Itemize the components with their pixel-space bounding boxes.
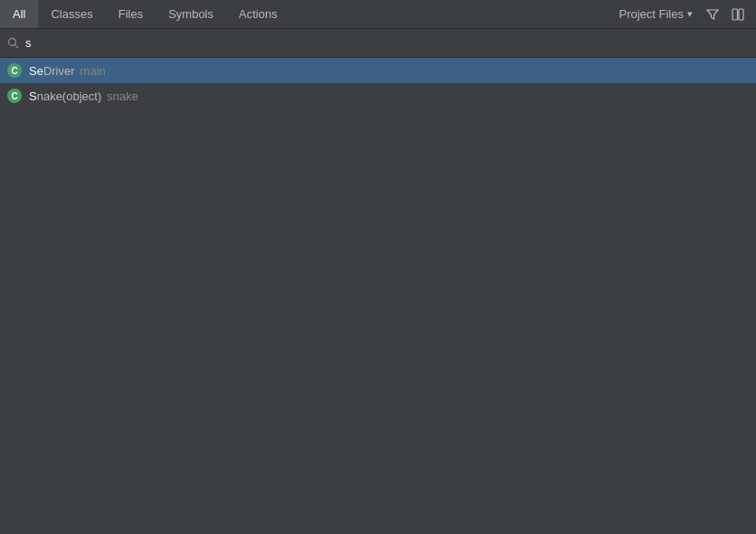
project-files-button[interactable]: Project Files ▾ — [613, 5, 698, 23]
results-list: C SeDrivermain C Snake(object)snake — [0, 58, 756, 108]
tab-actions[interactable]: Actions — [226, 0, 290, 28]
tab-all[interactable]: All — [0, 0, 38, 28]
nav-tabs: All Classes Files Symbols Actions — [0, 0, 290, 28]
svg-point-2 — [9, 38, 16, 45]
svg-rect-1 — [739, 9, 743, 20]
result-item-sedriver[interactable]: C SeDrivermain — [0, 58, 756, 83]
result-class-icon: C — [7, 63, 22, 78]
layout-icon-button[interactable] — [727, 4, 749, 25]
search-input[interactable] — [25, 36, 749, 50]
svg-rect-0 — [732, 9, 738, 20]
search-icon — [7, 37, 20, 50]
filter-icon — [705, 7, 720, 22]
nav-right-controls: Project Files ▾ — [613, 4, 756, 25]
chevron-down-icon: ▾ — [687, 8, 693, 20]
result-item-snake[interactable]: C Snake(object)snake — [0, 83, 756, 108]
filter-icon-button[interactable] — [702, 4, 723, 25]
result-text: SeDrivermain — [29, 64, 106, 78]
svg-line-3 — [15, 44, 18, 47]
top-nav-bar: All Classes Files Symbols Actions Projec… — [0, 0, 756, 29]
tab-classes[interactable]: Classes — [38, 0, 105, 28]
tab-symbols[interactable]: Symbols — [156, 0, 226, 28]
result-text-2: Snake(object)snake — [29, 89, 138, 103]
result-class-icon-2: C — [7, 89, 22, 103]
layout-icon — [731, 7, 745, 22]
tab-files[interactable]: Files — [106, 0, 156, 28]
search-bar — [0, 29, 756, 58]
